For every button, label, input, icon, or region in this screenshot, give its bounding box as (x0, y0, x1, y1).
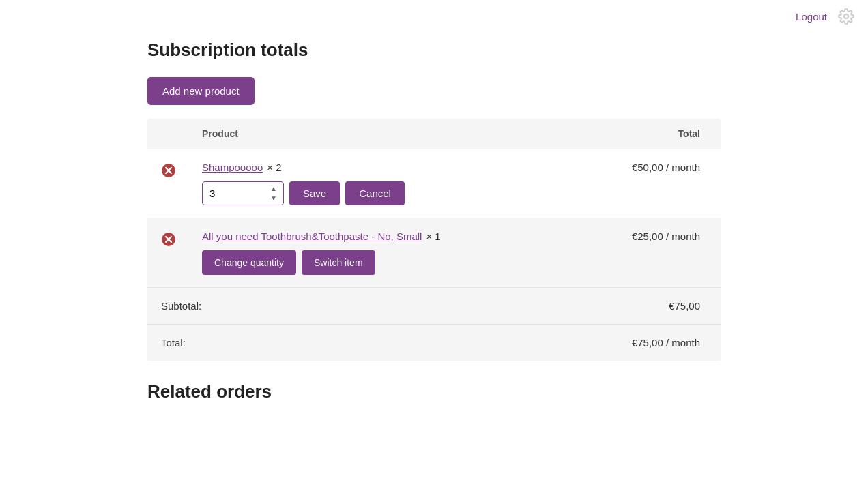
col-total-header: Total (584, 128, 707, 139)
subscription-table: Product Total Shampooooo × 2 (147, 119, 721, 361)
total-value: €75,00 / month (584, 337, 707, 348)
table-header: Product Total (147, 119, 721, 149)
product-name-row: All you need Toothbrush&Toothpaste - No,… (202, 230, 584, 242)
subtotal-value: €75,00 (584, 300, 707, 312)
product-quantity: × 1 (426, 230, 440, 242)
cancel-button[interactable]: Cancel (345, 181, 405, 205)
top-bar: Logout (0, 0, 868, 33)
subtotal-label: Subtotal: (161, 300, 584, 312)
total-row: Total: €75,00 / month (147, 324, 721, 361)
related-orders-title: Related orders (147, 381, 721, 402)
table-row: All you need Toothbrush&Toothpaste - No,… (147, 218, 721, 287)
spinner-wrap: ▲ ▼ (267, 184, 280, 203)
table-row: Shampooooo × 2 ▲ ▼ Save Cancel €50,00 / … (147, 149, 721, 218)
product-quantity: × 2 (267, 162, 281, 173)
quantity-input-wrap: ▲ ▼ (202, 181, 284, 205)
col-product-header: Product (202, 128, 584, 139)
switch-item-button[interactable]: Switch item (302, 250, 375, 275)
qty-up-button[interactable]: ▲ (267, 184, 280, 194)
product-link[interactable]: Shampooooo (202, 162, 263, 173)
remove-item-icon[interactable] (161, 232, 176, 247)
action-buttons: Change quantity Switch item (202, 250, 584, 275)
product-link[interactable]: All you need Toothbrush&Toothpaste - No,… (202, 230, 422, 242)
remove-item-icon[interactable] (161, 163, 176, 178)
add-product-button[interactable]: Add new product (147, 77, 255, 105)
product-total: €50,00 / month (584, 162, 707, 173)
save-button[interactable]: Save (289, 181, 340, 205)
product-total: €25,00 / month (584, 230, 707, 242)
logout-link[interactable]: Logout (796, 11, 827, 23)
product-name-row: Shampooooo × 2 (202, 162, 584, 173)
product-cell: All you need Toothbrush&Toothpaste - No,… (202, 230, 584, 275)
settings-icon[interactable] (838, 8, 854, 25)
change-quantity-button[interactable]: Change quantity (202, 250, 296, 275)
svg-point-0 (844, 14, 848, 18)
quantity-input-row: ▲ ▼ Save Cancel (202, 181, 584, 205)
qty-down-button[interactable]: ▼ (267, 194, 280, 203)
main-content: Subscription totals Add new product Prod… (106, 33, 762, 430)
total-label: Total: (161, 337, 584, 348)
product-cell: Shampooooo × 2 ▲ ▼ Save Cancel (202, 162, 584, 205)
subtotal-row: Subtotal: €75,00 (147, 287, 721, 324)
page-title: Subscription totals (147, 40, 721, 61)
